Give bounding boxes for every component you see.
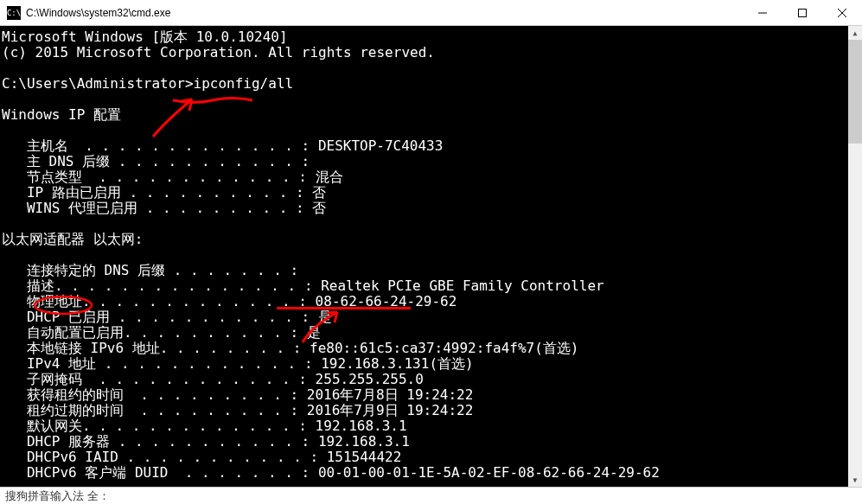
adapter-lease-expires: 租约过期的时间 . . . . . . . . . : 2016年7月9日 19… xyxy=(2,402,473,418)
adapter-autoconf: 自动配置已启用. . . . . . . . . . : 是 xyxy=(2,324,321,341)
adapter-mac-address: 物理地址. . . . . . . . . . . . . : 08-62-66… xyxy=(2,293,457,309)
scroll-down-button[interactable]: ▼ xyxy=(848,473,862,487)
titlebar[interactable]: C:\ C:\Windows\system32\cmd.exe xyxy=(0,0,862,26)
config-ip-routing: IP 路由已启用 . . . . . . . . . . : 否 xyxy=(2,184,326,201)
adapter-dhcpv6-duid: DHCPv6 客户端 DUID . . . . . . . : 00-01-00… xyxy=(2,464,660,481)
prompt-line: C:\Users\Administrator>ipconfig/all xyxy=(2,75,293,92)
adapter-linklocal-ipv6: 本地链接 IPv6 地址. . . . . . . . : fe80::61c5… xyxy=(2,340,578,356)
vertical-scrollbar[interactable]: ▲ ▼ xyxy=(848,26,862,487)
adapter-lease-obtained: 获得租约的时间 . . . . . . . . . : 2016年7月8日 19… xyxy=(2,386,473,403)
adapter-conn-dns: 连接特定的 DNS 后缀 . . . . . . . : xyxy=(2,262,298,278)
config-dns-suffix: 主 DNS 后缀 . . . . . . . . . . . : xyxy=(2,153,310,169)
output-line: Microsoft Windows [版本 10.0.10240] xyxy=(2,29,288,45)
cmd-window: C:\ C:\Windows\system32\cmd.exe Microsof… xyxy=(0,0,862,504)
minimize-button[interactable] xyxy=(743,0,782,26)
ime-text: 搜狗拼音输入法 全： xyxy=(5,488,110,504)
scroll-up-button[interactable]: ▲ xyxy=(848,26,862,40)
ime-bar: 搜狗拼音输入法 全： xyxy=(0,487,862,504)
adapter-description: 描述. . . . . . . . . . . . . . . : Realte… xyxy=(2,278,604,294)
svg-rect-1 xyxy=(799,10,807,17)
terminal-output[interactable]: Microsoft Windows [版本 10.0.10240] (c) 20… xyxy=(0,26,862,487)
maximize-icon xyxy=(798,9,807,17)
adapter-ipv4: IPv4 地址 . . . . . . . . . . . . : 192.16… xyxy=(2,355,474,372)
config-hostname: 主机名 . . . . . . . . . . . . . : DESKTOP-… xyxy=(2,137,443,154)
close-button[interactable] xyxy=(822,0,862,26)
adapter-gateway: 默认网关. . . . . . . . . . . . . : 192.168.… xyxy=(2,418,407,434)
config-node-type: 节点类型 . . . . . . . . . . . . : 混合 xyxy=(2,169,343,185)
close-icon xyxy=(838,9,846,17)
config-wins-proxy: WINS 代理已启用 . . . . . . . . . : 否 xyxy=(2,200,326,216)
scroll-thumb[interactable] xyxy=(848,40,862,144)
section-header: 以太网适配器 以太网: xyxy=(2,231,143,247)
adapter-subnet: 子网掩码 . . . . . . . . . . . . : 255.255.2… xyxy=(2,371,424,387)
maximize-button[interactable] xyxy=(782,0,822,26)
cmd-icon: C:\ xyxy=(7,6,21,20)
window-title: C:\Windows\system32\cmd.exe xyxy=(26,7,743,19)
adapter-dhcp-enabled: DHCP 已启用 . . . . . . . . . . . : 是 xyxy=(2,309,332,325)
minimize-icon xyxy=(758,9,767,17)
adapter-dhcpv6-iaid: DHCPv6 IAID . . . . . . . . . . . : 1515… xyxy=(2,449,401,465)
output-line: (c) 2015 Microsoft Corporation. All righ… xyxy=(2,44,435,61)
section-header: Windows IP 配置 xyxy=(2,106,121,123)
adapter-dhcp-server: DHCP 服务器 . . . . . . . . . . . : 192.168… xyxy=(2,433,410,450)
window-controls xyxy=(743,0,862,25)
